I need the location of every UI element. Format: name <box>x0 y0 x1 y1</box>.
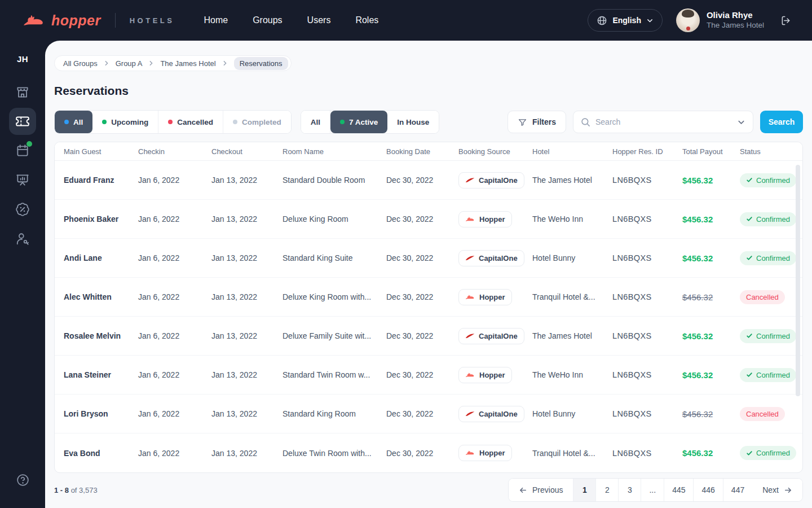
table-row[interactable]: Lori Bryson Jan 6, 2022 Jan 13, 2022 Sta… <box>55 395 802 433</box>
cell-booking-source: Hopper <box>458 445 532 461</box>
column-header-booking-source: Booking Source <box>458 147 532 156</box>
status-badge: Confirmed <box>740 368 796 382</box>
column-header-hotel: Hotel <box>532 147 612 156</box>
help-button[interactable] <box>9 466 36 493</box>
booking-source-badge: CapitalOne <box>458 406 524 422</box>
booking-source-badge: CapitalOne <box>458 328 524 344</box>
sidebar-item-reservations[interactable] <box>9 108 36 135</box>
pagination: Previous 123...445446447 Next <box>508 478 803 502</box>
cell-booking-date: Dec 30, 2022 <box>386 292 458 301</box>
table-row[interactable]: Rosalee Melvin Jan 6, 2022 Jan 13, 2022 … <box>55 317 802 356</box>
cell-room-name: Standard Twin Room w... <box>283 370 386 379</box>
sidebar-item-agents[interactable] <box>9 225 36 252</box>
booking-source-label: Hopper <box>479 293 505 301</box>
nav-link-groups[interactable]: Groups <box>253 15 282 25</box>
breadcrumb-all-groups[interactable]: All Groups <box>63 59 98 68</box>
breadcrumb-the-james-hotel[interactable]: The James Hotel <box>160 59 215 68</box>
table-row[interactable]: Andi Lane Jan 6, 2022 Jan 13, 2022 Stand… <box>55 239 802 278</box>
cell-checkin: Jan 6, 2022 <box>138 253 211 262</box>
page-button-447[interactable]: 447 <box>723 479 752 501</box>
main-content: All GroupsGroup AThe James HotelReservat… <box>45 41 812 508</box>
table-row[interactable]: Alec Whitten Jan 6, 2022 Jan 13, 2022 De… <box>55 278 802 317</box>
cell-hotel: The James Hotel <box>532 176 612 185</box>
sidebar-item-calendar[interactable] <box>9 137 36 164</box>
breadcrumb-group-a[interactable]: Group A <box>116 59 143 68</box>
tab-in-house[interactable]: In House <box>387 111 439 133</box>
cell-hotel: The WeHo Inn <box>532 370 612 379</box>
reservations-table: Main GuestCheckinCheckoutRoom NameBookin… <box>54 142 803 473</box>
cell-room-name: Standard King Room <box>283 409 386 418</box>
cell-hotel: Tranquil Hotel &... <box>532 292 612 301</box>
results-range: 1 - 8 <box>54 486 69 494</box>
sidebar-item-reports[interactable] <box>9 167 36 194</box>
tab-all[interactable]: All <box>55 111 92 133</box>
page-button-1[interactable]: 1 <box>573 479 596 501</box>
status-badge: Confirmed <box>740 173 796 187</box>
status-dot <box>233 120 237 124</box>
tab-cancelled[interactable]: Cancelled <box>158 111 223 133</box>
status-label: Cancelled <box>746 293 779 301</box>
search-button[interactable]: Search <box>760 111 803 133</box>
tab-upcoming[interactable]: Upcoming <box>92 111 158 133</box>
page-button-3[interactable]: 3 <box>619 479 641 501</box>
cell-checkout: Jan 13, 2022 <box>211 331 283 340</box>
cell-total-payout: $456.32 <box>682 409 713 419</box>
chevron-right-icon <box>222 60 228 66</box>
language-selector[interactable]: English <box>588 9 663 32</box>
search-input[interactable] <box>595 117 732 126</box>
cell-main-guest: Phoenix Baker <box>64 214 138 224</box>
status-badge: Confirmed <box>740 251 796 265</box>
table-row[interactable]: Eva Bond Jan 6, 2022 Jan 13, 2022 Deluxe… <box>55 433 802 472</box>
workspace-initials: JH <box>17 54 28 64</box>
sidebar: JH <box>0 41 45 508</box>
booking-source-badge: CapitalOne <box>458 250 524 266</box>
table-row[interactable]: Lana Steiner Jan 6, 2022 Jan 13, 2022 St… <box>55 356 802 395</box>
table-row[interactable]: Phoenix Baker Jan 6, 2022 Jan 13, 2022 D… <box>55 200 802 239</box>
results-count: 1 - 8 of 3,573 <box>54 486 98 494</box>
next-page-button[interactable]: Next <box>752 479 802 501</box>
arrow-left-icon <box>519 486 527 494</box>
search-icon <box>581 117 590 127</box>
status-badge: Cancelled <box>740 407 785 421</box>
tab-label: Cancelled <box>177 118 213 126</box>
hopper-icon <box>465 372 475 378</box>
nav-link-roles[interactable]: Roles <box>355 15 378 25</box>
user-info: Olivia Rhye The James Hotel <box>707 10 764 30</box>
reservations-ticket-icon <box>15 114 30 129</box>
filters-button[interactable]: Filters <box>508 111 566 133</box>
avatar[interactable] <box>676 8 700 32</box>
table-row[interactable]: Eduard Franz Jan 6, 2022 Jan 13, 2022 St… <box>55 161 802 200</box>
page-button-446[interactable]: 446 <box>694 479 723 501</box>
table-body: Eduard Franz Jan 6, 2022 Jan 13, 2022 St… <box>55 161 802 472</box>
table-scrollbar[interactable] <box>796 165 800 396</box>
cell-total-payout: $456.32 <box>682 214 713 224</box>
cell-booking-source: CapitalOne <box>458 172 532 189</box>
tab-7-active[interactable]: 7 Active <box>330 111 387 133</box>
sidebar-item-promotions[interactable] <box>9 196 36 223</box>
logout-icon <box>780 15 792 27</box>
booking-source-label: CapitalOne <box>479 332 518 340</box>
nav-link-users[interactable]: Users <box>307 15 331 25</box>
status-label: Confirmed <box>756 371 790 379</box>
cell-checkout: Jan 13, 2022 <box>211 409 283 418</box>
cell-checkin: Jan 6, 2022 <box>138 176 211 185</box>
nav-link-home[interactable]: Home <box>204 15 228 25</box>
column-header-total-payout: Total Payout <box>682 147 740 156</box>
previous-page-button[interactable]: Previous <box>509 479 573 501</box>
column-header-checkout: Checkout <box>211 147 283 156</box>
tab-completed[interactable]: Completed <box>223 111 291 133</box>
brand-logo[interactable]: hopper HOTELS <box>23 12 174 29</box>
status-dot <box>168 120 173 124</box>
logout-button[interactable] <box>780 15 792 27</box>
page-button-2[interactable]: 2 <box>596 479 619 501</box>
column-header-booking-date: Booking Date <box>386 147 458 156</box>
page-button-445[interactable]: 445 <box>664 479 694 501</box>
table-footer: 1 - 8 of 3,573 Previous 123...445446447 … <box>54 479 803 501</box>
cell-total-payout: $456.32 <box>682 253 713 263</box>
tab-all[interactable]: All <box>301 111 330 133</box>
cell-status: Cancelled <box>740 407 793 421</box>
chevron-down-icon[interactable] <box>737 118 745 126</box>
sidebar-item-hotel[interactable] <box>9 78 36 106</box>
tab-label: All <box>73 118 83 126</box>
cell-booking-date: Dec 30, 2022 <box>386 370 458 379</box>
